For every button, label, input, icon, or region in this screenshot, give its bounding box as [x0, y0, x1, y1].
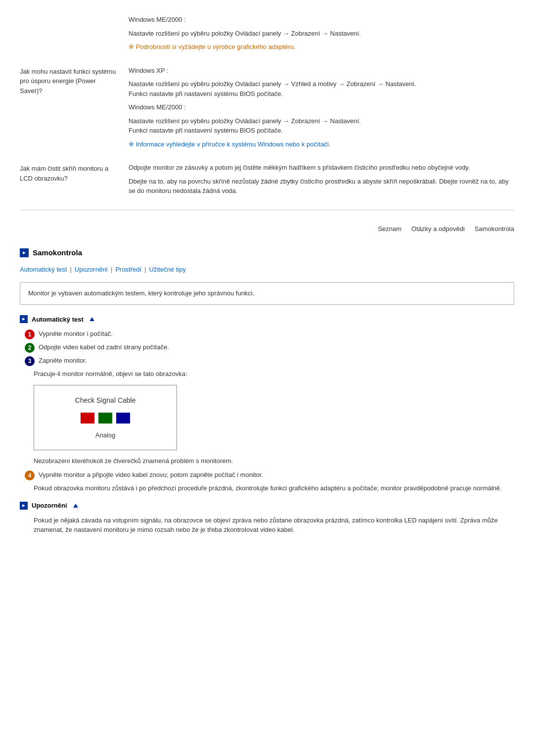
upozorneni-header: Upozornění	[20, 501, 514, 511]
faq-row-cleaning: Jak mám čistit skříň monitoru a LCD obra…	[20, 163, 514, 200]
upozorneni-title: Upozornění	[32, 501, 67, 511]
upozorneni-collapse-icon[interactable]	[73, 504, 78, 508]
divider	[20, 210, 514, 210]
step-1: 1 Vypněte monitor i počítač.	[25, 329, 514, 339]
step-2-number: 2	[25, 343, 35, 353]
faq-question-power: Jak mohu nastavit funkci systému pro úsp…	[20, 66, 119, 153]
step-3: 3 Zapněte monitor.	[25, 356, 514, 366]
square-red	[81, 413, 94, 424]
after-steps-text: Pracuje-li monitor normálně, objeví se t…	[34, 369, 514, 379]
check-signal-box: Check Signal Cable Analog	[34, 385, 177, 451]
nav-samokontrola[interactable]: Samokontrola	[475, 224, 514, 234]
cleaning-text1: Odpojte monitor ze zásuvky a potom jej č…	[129, 163, 514, 173]
collapse-icon[interactable]	[89, 317, 94, 321]
samokontrola-icon	[20, 248, 29, 257]
upozorneni-body: Pokud je nějaká závada na vstupním signá…	[34, 516, 514, 535]
info-box-text: Monitor je vybaven automatickým testem, …	[28, 289, 254, 297]
auto-test-title: Automatický test	[32, 315, 84, 325]
step-3-text: Zapněte monitor.	[39, 356, 87, 366]
windows-me2000-label: Windows ME/2000 :	[129, 15, 514, 25]
samokontrola-header: Samokontrola	[20, 247, 514, 259]
faq-row-power-saver: Jak mohu nastavit funkci systému pro úsp…	[20, 66, 514, 153]
step-4-number: 4	[25, 471, 35, 480]
tab-upozorneni[interactable]: Upozornění	[75, 265, 108, 275]
step4-list: 4 Vypněte monitor a připojte video kabel…	[25, 470, 514, 480]
check-signal-title: Check Signal Cable	[44, 395, 167, 406]
cleaning-text2: Dbejte na to, aby na povrchu skříně nezů…	[129, 177, 514, 196]
step-1-text: Vypněte monitor i počítač.	[39, 329, 113, 339]
nav-seznam[interactable]: Seznam	[378, 224, 401, 234]
nav-qa[interactable]: Otázky a odpovědi	[411, 224, 465, 234]
samokontrola-tabs: Automatický test | Upozornění | Prostřed…	[20, 265, 514, 275]
tab-prostredi[interactable]: Prostředí	[115, 265, 141, 275]
upozorneni-icon	[20, 502, 28, 510]
faq-question-cleaning: Jak mám čistit skříň monitoru a LCD obra…	[20, 163, 119, 200]
square-green	[98, 413, 112, 424]
faq-answer-power: Windows XP : Nastavte rozlišení po výběr…	[129, 66, 514, 153]
color-squares	[44, 413, 167, 424]
step-4: 4 Vypněte monitor a připojte video kabel…	[25, 470, 514, 480]
faq-question-empty	[20, 15, 119, 56]
info-box: Monitor je vybaven automatickým testem, …	[20, 282, 514, 305]
svg-marker-1	[22, 318, 25, 321]
faq-answer-cleaning: Odpojte monitor ze zásuvky a potom jej č…	[129, 163, 514, 200]
svg-marker-0	[23, 251, 26, 254]
step-2: 2 Odpojte video kabel od zadní strany po…	[25, 342, 514, 353]
step-1-number: 1	[25, 330, 35, 339]
win-xp-text: Nastavte rozlišení po výběru položky Ovl…	[129, 79, 514, 98]
step-2-text: Odpojte video kabel od zadní strany počí…	[39, 342, 169, 352]
windows-me2000-text: Nastavte rozlišení po výběru položky Ovl…	[129, 29, 514, 39]
note-orange-adapter: Podrobnosti si vyžádejte u výrobce grafi…	[129, 42, 514, 52]
tab-auto-test[interactable]: Automatický test	[20, 265, 67, 275]
square-blue	[116, 413, 130, 424]
faq-row-windows: Windows ME/2000 : Nastavte rozlišení po …	[20, 15, 514, 56]
tab-uzitecne[interactable]: Užitečné tipy	[149, 265, 186, 275]
win-me2000-text2: Nastavte rozlišení po výběru položky Ovl…	[129, 116, 514, 136]
auto-test-header: Automatický test	[20, 315, 514, 325]
step-4-text: Vypněte monitor a připojte video kabel z…	[39, 470, 263, 480]
analog-label: Analog	[44, 430, 167, 440]
faq-answer-windows: Windows ME/2000 : Nastavte rozlišení po …	[129, 15, 514, 56]
step-3-number: 3	[25, 356, 35, 366]
win-me2000-label2: Windows ME/2000 :	[129, 102, 514, 112]
steps-list: 1 Vypněte monitor i počítač. 2 Odpojte v…	[25, 329, 514, 366]
auto-test-icon	[20, 315, 28, 323]
nav-links: Seznam Otázky a odpovědi Samokontrola	[20, 220, 514, 238]
note-blue-windows: Informace vyhledejte v příručce k systém…	[129, 140, 514, 149]
samokontrola-title: Samokontrola	[33, 247, 82, 259]
note-missing-squares: Nezobrazení kteréhokoli ze čtverečků zna…	[34, 456, 514, 466]
svg-marker-2	[22, 504, 25, 507]
step4-note: Pokud obrazovka monitoru zůstává i po př…	[34, 483, 514, 493]
win-xp-label: Windows XP :	[129, 66, 514, 76]
